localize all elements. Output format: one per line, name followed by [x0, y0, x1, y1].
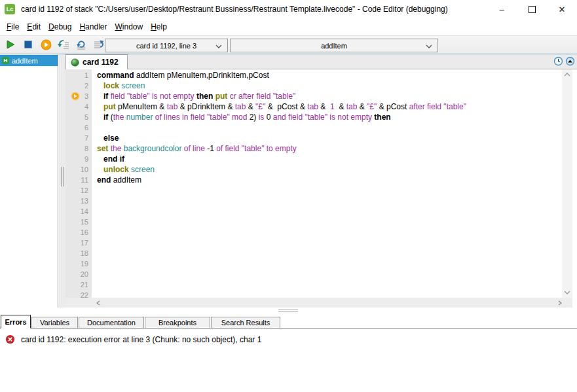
code-line[interactable]	[92, 279, 562, 290]
line-number[interactable]: 19	[69, 258, 88, 269]
scroll-down-icon[interactable]	[564, 291, 570, 294]
clock-icon[interactable]	[553, 56, 563, 66]
line-number[interactable]: 21	[69, 279, 88, 290]
menu-bar: FileEditDebugHandlerWindowHelp	[0, 18, 577, 35]
code-line[interactable]	[92, 217, 562, 227]
handler-dropdown[interactable]: addItem	[230, 39, 438, 52]
menu-help[interactable]: Help	[147, 20, 171, 33]
scroll-up-icon[interactable]	[564, 73, 570, 77]
run-to-line-icon	[93, 39, 105, 50]
code-token: the	[111, 144, 124, 153]
menu-handler[interactable]: Handler	[75, 20, 111, 33]
line-number[interactable]: 11	[69, 175, 88, 185]
code-line[interactable]	[92, 196, 562, 206]
menu-window[interactable]: Window	[111, 20, 147, 33]
horizontal-scrollbar[interactable]	[65, 298, 572, 308]
stop-button[interactable]	[22, 38, 35, 51]
line-number[interactable]: 6	[69, 122, 88, 133]
line-number[interactable]: 4	[69, 101, 88, 112]
code-token: "£"	[255, 102, 265, 111]
line-number[interactable]: 18	[69, 248, 88, 258]
code-line[interactable]: unlock screen	[92, 164, 562, 175]
run-button[interactable]	[4, 38, 17, 51]
title-bar: Lc card id 1192 of stack "C:/Users/user/…	[0, 0, 577, 18]
code-line[interactable]	[92, 269, 562, 279]
horizontal-splitter[interactable]	[0, 308, 577, 315]
step-out-button[interactable]	[75, 38, 88, 51]
code-token: & pCost	[377, 102, 409, 111]
handler-dropdown-value: addItem	[321, 42, 347, 50]
bottom-tab-variables[interactable]: Variables	[31, 317, 78, 329]
step-into-button[interactable]	[57, 38, 70, 51]
code-line[interactable]: command addItem pMenuItem,pDrinkItem,pCo…	[92, 70, 562, 80]
menu-edit[interactable]: Edit	[23, 20, 45, 33]
sidebar-item-additem[interactable]: HaddItem	[0, 55, 58, 66]
line-number[interactable]: 7	[69, 133, 88, 143]
bottom-tab-documentation[interactable]: Documentation	[79, 317, 144, 329]
code-line[interactable]	[92, 258, 562, 269]
gutter[interactable]: 12345678910111213141516171819202122	[65, 69, 92, 298]
close-button[interactable]: ✕	[547, 0, 577, 18]
line-number[interactable]: 20	[69, 269, 88, 279]
code-token: 0	[264, 113, 272, 122]
code-line[interactable]	[92, 227, 562, 238]
line-number[interactable]: 12	[69, 185, 88, 196]
code-line[interactable]: lock screen	[92, 80, 562, 91]
line-number[interactable]: 15	[69, 217, 88, 227]
code-token: screen	[131, 165, 155, 174]
code-token: &	[357, 102, 367, 111]
vertical-scrollbar[interactable]	[562, 69, 572, 298]
code-editor-area[interactable]: command addItem pMenuItem,pDrinkItem,pCo…	[92, 69, 562, 298]
line-number[interactable]: 14	[69, 206, 88, 217]
code-line[interactable]	[92, 185, 562, 196]
code-line[interactable]	[92, 238, 562, 248]
code-token: else	[103, 134, 119, 143]
code-token: &	[246, 102, 255, 111]
menu-file[interactable]: File	[3, 20, 23, 33]
code-line[interactable]: if (the number of lines in field "table"…	[92, 112, 562, 122]
line-number[interactable]: 2	[69, 80, 88, 91]
run-to-line-button[interactable]	[92, 38, 105, 51]
line-number[interactable]: 22	[69, 290, 88, 298]
tab-card-1192[interactable]: card 1192	[65, 54, 128, 69]
error-row[interactable]: card id 1192: execution error at line 3 …	[0, 329, 577, 344]
maximize-button[interactable]	[517, 0, 547, 18]
line-number[interactable]: 16	[69, 227, 88, 238]
menu-debug[interactable]: Debug	[45, 20, 75, 33]
line-number[interactable]: 1	[69, 70, 88, 80]
line-number[interactable]: 10	[69, 164, 88, 175]
code-line[interactable]: set the backgroundcolor of line -1 of fi…	[92, 143, 562, 154]
code-token: addItem pMenuItem,pDrinkItem,pCost	[134, 71, 269, 80]
code-line[interactable]: put pMenuItem & tab & pDrinkItem & tab &…	[92, 101, 562, 112]
code-line[interactable]	[92, 290, 562, 298]
line-number[interactable]: 5	[69, 112, 88, 122]
line-number[interactable]: 9	[69, 154, 88, 164]
sidebar-item-label: addItem	[12, 57, 38, 65]
code-line[interactable]: end if	[92, 154, 562, 164]
code-line[interactable]	[92, 122, 562, 133]
code-line[interactable]: if field "table" is not empty then put c…	[92, 91, 562, 101]
minimize-button[interactable]: –	[487, 0, 517, 18]
code-line[interactable]	[92, 248, 562, 258]
code-token: end	[97, 175, 111, 185]
step-out-icon	[75, 39, 87, 50]
line-number[interactable]: 17	[69, 238, 88, 248]
chevron-down-icon	[426, 45, 432, 48]
code-line[interactable]	[92, 206, 562, 217]
vertical-splitter[interactable]	[59, 54, 65, 308]
bottom-tab-breakpoints[interactable]: Breakpoints	[145, 317, 210, 329]
handler-list-sidebar: HaddItem	[0, 54, 58, 308]
line-number[interactable]: 8	[69, 143, 88, 154]
bottom-tab-errors[interactable]: Errors	[1, 315, 31, 329]
code-line[interactable]: end addItem	[92, 175, 562, 185]
collapse-panel-icon[interactable]	[565, 56, 575, 66]
context-dropdown[interactable]: card id 1192, line 3	[105, 39, 228, 52]
bottom-tab-search-results[interactable]: Search Results	[211, 317, 280, 329]
code-line[interactable]: else	[92, 133, 562, 143]
stop-icon	[23, 39, 33, 50]
bottom-tab-bar: ErrorsVariablesDocumentationBreakpointsS…	[0, 315, 577, 329]
step-over-button[interactable]	[39, 38, 52, 51]
line-number[interactable]: 13	[69, 196, 88, 206]
scroll-right-icon[interactable]	[558, 300, 562, 306]
scroll-left-icon[interactable]	[96, 300, 100, 306]
